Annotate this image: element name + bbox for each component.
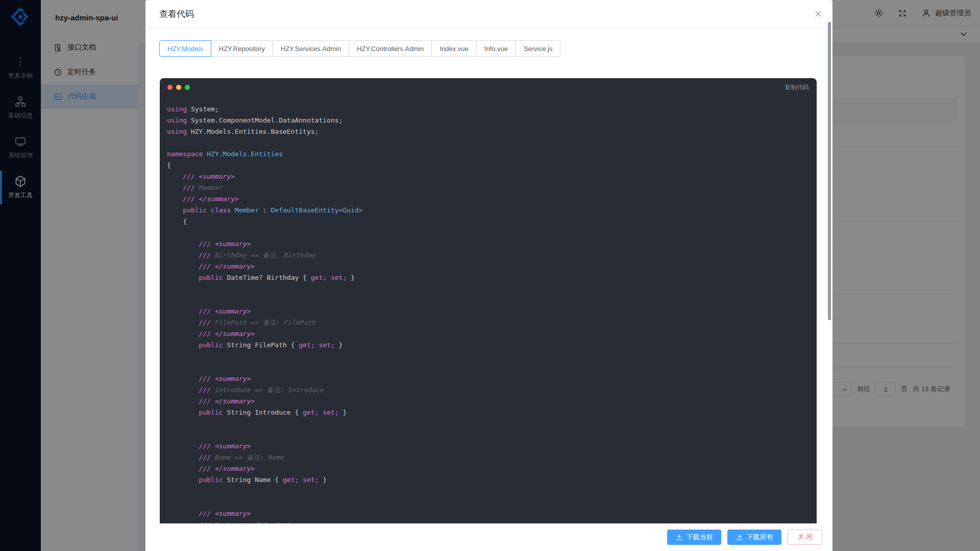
dialog-header: 查看代码	[145, 0, 832, 28]
traffic-light-green-icon	[185, 85, 190, 90]
dialog-footer: 下载当前 下载所有 关 闭	[145, 523, 832, 551]
code-viewer: 复制代码 using System;using System.Component…	[160, 78, 817, 523]
copy-code-button[interactable]: 复制代码	[785, 83, 809, 92]
tab-hzy-repository[interactable]: HZY.Repository	[211, 40, 273, 57]
download-icon	[736, 534, 743, 541]
tab-hzy-models[interactable]: HZY.Models	[159, 40, 211, 57]
close-icon[interactable]	[814, 10, 822, 18]
tab-index-vue[interactable]: Index.vue	[431, 40, 476, 57]
download-current-button[interactable]: 下载当前	[667, 530, 721, 545]
tab-info-vue[interactable]: Info.vue	[476, 40, 516, 57]
tab-hzy-controllers-admin[interactable]: HZY.Controllers.Admin	[349, 40, 432, 57]
traffic-light-red-icon	[167, 85, 173, 90]
download-all-button[interactable]: 下载所有	[727, 530, 781, 545]
tab-hzy-services-admin[interactable]: HZY.Services.Admin	[273, 40, 349, 57]
code-file-tabs: HZY.ModelsHZY.RepositoryHZY.Services.Adm…	[159, 40, 832, 57]
code-content: using System;using System.ComponentModel…	[160, 97, 817, 523]
tab-service-js[interactable]: Service.js	[516, 40, 560, 57]
dialog-title: 查看代码	[159, 8, 194, 20]
traffic-light-yellow-icon	[176, 85, 181, 90]
download-icon	[676, 534, 683, 541]
code-titlebar: 复制代码	[160, 78, 817, 97]
close-button[interactable]: 关 闭	[788, 530, 822, 545]
view-code-dialog: 查看代码 HZY.ModelsHZY.RepositoryHZY.Service…	[145, 0, 832, 551]
dialog-scrollbar-thumb[interactable]	[828, 22, 831, 320]
